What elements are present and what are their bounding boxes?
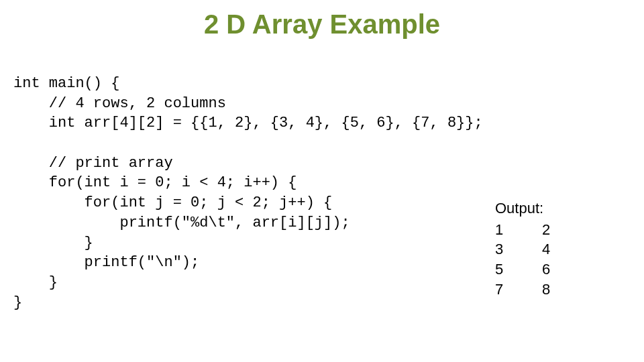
output-cell: 2 [542,220,562,240]
output-block: Output: 1 2 3 4 5 6 7 8 [495,198,562,299]
output-cell: 1 [495,220,542,240]
output-cell: 3 [495,239,542,259]
output-row: 5 6 [495,259,562,280]
output-row: 1 2 [495,220,562,240]
slide-title: 2 D Array Example [0,9,644,40]
output-table: 1 2 3 4 5 6 7 8 [495,220,562,300]
output-cell: 5 [495,259,542,280]
output-cell: 7 [495,280,542,300]
output-row: 7 8 [495,280,562,300]
code-line: for(int i = 0; i < 4; i++) { [13,174,297,191]
code-line: } [13,274,58,291]
output-cell: 6 [542,259,562,280]
output-row: 3 4 [495,239,562,259]
code-line: for(int j = 0; j < 2; j++) { [13,194,332,211]
code-line: } [13,294,22,311]
slide: 2 D Array Example int main() { // 4 rows… [0,0,644,362]
output-cell: 4 [542,239,562,259]
code-line: printf("%d\t", arr[i][j]); [13,215,350,231]
code-line: int arr[4][2] = {{1, 2}, {3, 4}, {5, 6},… [13,115,483,131]
output-cell: 8 [542,280,562,300]
code-line: printf("\n"); [13,254,199,271]
code-block: int main() { // 4 rows, 2 columns int ar… [13,74,483,312]
code-line: } [13,235,93,251]
code-line: // 4 rows, 2 columns [13,95,226,112]
code-line: int main() { [13,75,119,92]
code-line: // print array [13,155,173,172]
output-label: Output: [495,198,562,219]
